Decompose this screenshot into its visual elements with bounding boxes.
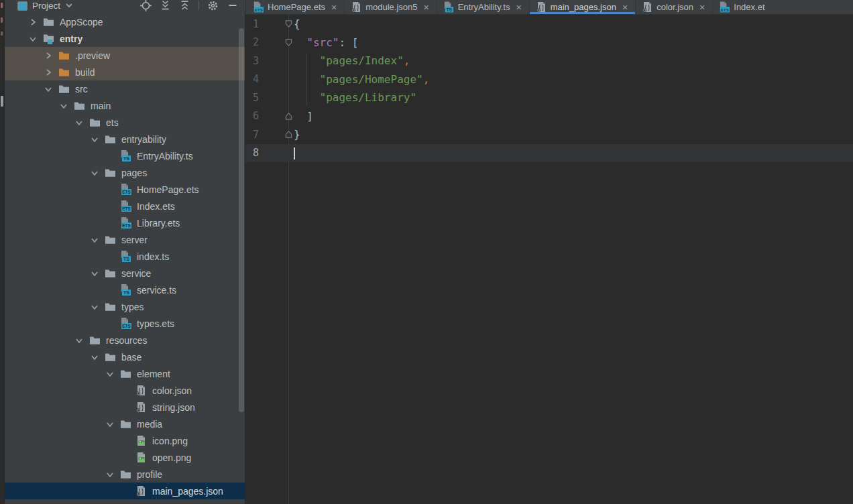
svg-text:ETS: ETS — [122, 223, 131, 228]
tab-close-icon[interactable]: × — [622, 3, 628, 12]
file-json-icon — [642, 2, 652, 13]
collapse-all-button[interactable] — [179, 0, 190, 11]
chevron-spacer — [105, 184, 120, 195]
code-line-6[interactable]: 6 ] — [245, 107, 853, 126]
tab-module-json5[interactable]: module.json5× — [345, 0, 437, 14]
tree-row[interactable]: color.json — [5, 382, 245, 399]
tree-row-selected[interactable]: main_pages.json — [5, 483, 245, 499]
tab-close-icon[interactable]: × — [516, 3, 521, 12]
editor-area: ETSHomePage.ets×module.json5×TSEntryAbil… — [245, 0, 853, 504]
chevron-down-icon[interactable] — [105, 369, 120, 379]
tree-row[interactable]: entry — [5, 30, 245, 47]
tree-row[interactable]: ETSHomePage.ets — [5, 181, 245, 198]
tab-entryability-ts[interactable]: TSEntryAbility.ts× — [437, 0, 530, 14]
tab-close-icon[interactable]: × — [331, 3, 337, 12]
chevron-down-icon[interactable] — [74, 117, 89, 128]
tree-row[interactable]: ETStypes.ets — [5, 315, 245, 332]
folder-icon — [105, 301, 117, 312]
chevron-down-icon[interactable] — [90, 302, 105, 312]
tab-close-icon[interactable]: × — [699, 3, 705, 12]
tree-row[interactable]: pages — [5, 164, 245, 181]
project-panel-title[interactable]: Project — [32, 1, 60, 11]
chevron-down-icon[interactable] — [64, 1, 74, 9]
tree-row[interactable]: ets — [5, 114, 245, 131]
tab-label: Index.et — [734, 2, 764, 12]
locate-button[interactable] — [140, 0, 152, 11]
code-line-4[interactable]: 4 "pages/HomePage", — [245, 70, 853, 89]
tree-row[interactable]: TSservice.ts — [5, 281, 245, 298]
folder-icon — [120, 468, 133, 480]
file-ets-icon: ETS — [120, 200, 133, 212]
fold-up-icon[interactable] — [259, 112, 288, 121]
tree-row[interactable]: media — [5, 416, 245, 432]
tree-row[interactable]: entryability — [5, 131, 245, 147]
file-json-icon — [536, 2, 547, 13]
chevron-down-icon[interactable] — [90, 268, 105, 279]
code-line-2[interactable]: 2 "src": [ — [245, 34, 853, 52]
settings-button[interactable] — [207, 0, 219, 11]
folder-icon — [120, 418, 133, 430]
tab-close-icon[interactable]: × — [424, 3, 429, 12]
tree-label: open.png — [152, 452, 191, 463]
chevron-down-icon[interactable] — [90, 235, 105, 245]
tree-row[interactable]: base — [5, 349, 245, 365]
tree-row[interactable]: build — [5, 64, 245, 80]
fold-down-icon[interactable] — [259, 38, 288, 47]
chevron-right-icon[interactable] — [44, 67, 58, 78]
tree-row[interactable]: .preview — [5, 47, 245, 64]
chevron-spacer — [105, 151, 120, 162]
tree-row[interactable]: element — [5, 365, 245, 382]
tree-row[interactable]: service — [5, 265, 245, 281]
chevron-down-icon[interactable] — [90, 134, 105, 145]
tree-row[interactable]: src — [5, 80, 245, 97]
tree-row[interactable]: ETSIndex.ets — [5, 198, 245, 214]
code-line-3[interactable]: 3 "pages/Index", — [245, 52, 853, 70]
svg-text:TS: TS — [123, 156, 129, 161]
tree-row[interactable]: server — [5, 231, 245, 248]
code-line-5[interactable]: 5 "pages/Library" — [245, 88, 853, 107]
expand-all-button[interactable] — [160, 0, 171, 11]
tree-row[interactable]: TSindex.ts — [5, 248, 245, 265]
file-ets-icon: ETS — [253, 2, 264, 13]
chevron-down-icon[interactable] — [44, 84, 58, 94]
stripe-marker — [1, 32, 3, 36]
chevron-down-icon[interactable] — [74, 335, 89, 346]
tree-row[interactable]: open.png — [5, 449, 245, 466]
file-ts-icon: TS — [120, 251, 133, 262]
code-line-7[interactable]: 7} — [245, 125, 853, 144]
hide-button[interactable] — [227, 0, 238, 11]
fold-down-icon[interactable] — [259, 19, 288, 28]
chevron-down-icon[interactable] — [105, 469, 120, 480]
tree-row[interactable]: ETSLibrary.ets — [5, 214, 245, 231]
chevron-down-icon[interactable] — [90, 168, 105, 178]
chevron-right-icon[interactable] — [44, 50, 58, 61]
tree-row[interactable]: icon.png — [5, 432, 245, 449]
tree-row[interactable]: AppScope — [5, 13, 245, 30]
tree-scrollbar[interactable] — [239, 28, 244, 412]
tree-label: string.json — [152, 402, 195, 413]
toolbar-divider — [198, 1, 199, 10]
tree-row[interactable]: string.json — [5, 399, 245, 416]
chevron-right-icon[interactable] — [28, 17, 43, 27]
fold-up-icon[interactable] — [259, 130, 288, 139]
tree-row[interactable]: types — [5, 298, 245, 315]
tree-row[interactable]: TSEntryAbility.ts — [5, 147, 245, 164]
editor[interactable]: 1{2 "src": [3 "pages/Index",4 "pages/Hom… — [245, 15, 853, 504]
collapse-all-icon — [180, 0, 190, 11]
chevron-down-icon[interactable] — [90, 352, 105, 363]
chevron-down-icon[interactable] — [105, 419, 120, 430]
chevron-down-icon[interactable] — [59, 101, 74, 111]
chevron-down-icon[interactable] — [28, 34, 43, 44]
tree-row[interactable]: main — [5, 97, 245, 114]
tree-row[interactable]: profile — [5, 466, 245, 483]
tree-row[interactable] — [5, 499, 245, 504]
code-line-1[interactable]: 1{ — [245, 15, 853, 34]
tree-row[interactable]: resources — [5, 332, 245, 349]
tab-homepage-ets[interactable]: ETSHomePage.ets× — [247, 0, 345, 14]
file-ts-icon: TS — [120, 150, 133, 162]
tab-main-pages-json[interactable]: main_pages.json× — [530, 0, 636, 14]
tab-color-json[interactable]: color.json× — [636, 0, 713, 14]
code-line-8[interactable]: 8 — [245, 144, 853, 163]
tab-index-et[interactable]: ETSIndex.et — [713, 0, 764, 14]
tree-label: EntryAbility.ts — [137, 151, 193, 162]
